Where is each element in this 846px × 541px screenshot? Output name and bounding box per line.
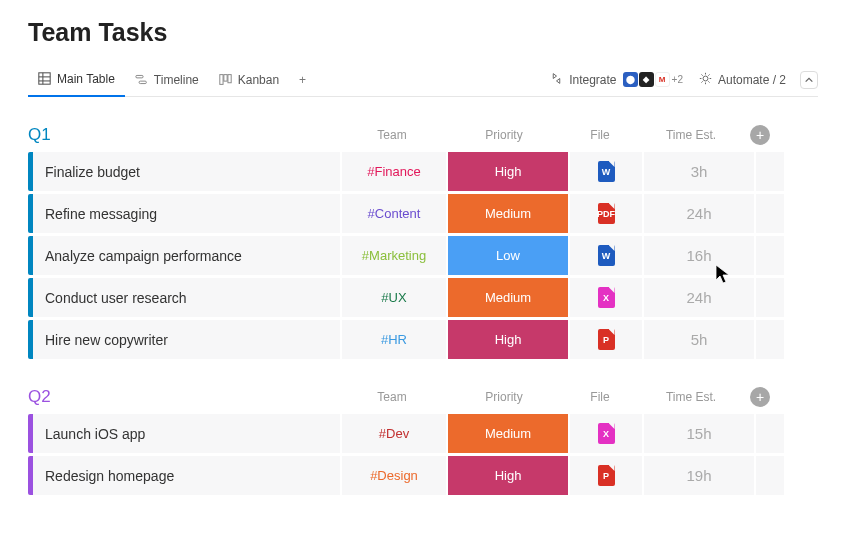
add-column-button[interactable]: + xyxy=(750,125,770,145)
view-toolbar: Main Table Timeline Kanban + Integrate ⬤… xyxy=(28,63,818,97)
table-row[interactable]: Refine messaging #Content Medium PDF 24h xyxy=(28,194,818,233)
team-cell[interactable]: #HR xyxy=(342,320,446,359)
file-cell[interactable]: X xyxy=(570,414,642,453)
team-cell[interactable]: #Dev xyxy=(342,414,446,453)
integrate-label: Integrate xyxy=(569,73,616,87)
priority-cell[interactable]: Medium xyxy=(448,194,568,233)
file-icon: P xyxy=(598,465,615,486)
gmail-icon: M xyxy=(655,72,670,87)
team-cell[interactable]: #Content xyxy=(342,194,446,233)
team-cell[interactable]: #Design xyxy=(342,456,446,495)
automate-icon xyxy=(699,72,712,88)
main-table-icon xyxy=(38,72,51,85)
row-end-cell[interactable] xyxy=(756,152,784,191)
task-cell[interactable]: Redesign homepage xyxy=(33,456,340,495)
team-cell[interactable]: #Marketing xyxy=(342,236,446,275)
collapse-button[interactable] xyxy=(800,71,818,89)
tab-label: Timeline xyxy=(154,73,199,87)
file-cell[interactable]: W xyxy=(570,236,642,275)
chevron-up-icon xyxy=(804,75,814,85)
group-header: Q1 Team Priority File Time Est. + xyxy=(28,121,818,149)
task-cell[interactable]: Analyze campaign performance xyxy=(33,236,340,275)
column-header-team[interactable]: Team xyxy=(340,390,444,404)
file-cell[interactable]: P xyxy=(570,456,642,495)
column-header-file[interactable]: File xyxy=(564,390,636,404)
priority-cell[interactable]: High xyxy=(448,456,568,495)
app-icon: ◆ xyxy=(639,72,654,87)
table-row[interactable]: Launch iOS app #Dev Medium X 15h xyxy=(28,414,818,453)
time-cell[interactable]: 24h xyxy=(644,278,754,317)
file-icon: PDF xyxy=(598,203,615,224)
time-cell[interactable]: 19h xyxy=(644,456,754,495)
time-cell[interactable]: 5h xyxy=(644,320,754,359)
file-cell[interactable]: P xyxy=(570,320,642,359)
column-header-priority[interactable]: Priority xyxy=(444,128,564,142)
column-header-file[interactable]: File xyxy=(564,128,636,142)
app-icon: ⬤ xyxy=(623,72,638,87)
kanban-icon xyxy=(219,73,232,86)
file-cell[interactable]: X xyxy=(570,278,642,317)
time-cell[interactable]: 3h xyxy=(644,152,754,191)
tab-kanban[interactable]: Kanban xyxy=(209,63,289,97)
automate-button[interactable]: Automate / 2 xyxy=(691,72,794,88)
task-cell[interactable]: Hire new copywriter xyxy=(33,320,340,359)
priority-cell[interactable]: High xyxy=(448,152,568,191)
row-end-cell[interactable] xyxy=(756,414,784,453)
row-end-cell[interactable] xyxy=(756,278,784,317)
file-icon: P xyxy=(598,329,615,350)
svg-rect-5 xyxy=(139,81,146,83)
file-icon: W xyxy=(598,161,615,182)
time-cell[interactable]: 15h xyxy=(644,414,754,453)
row-end-cell[interactable] xyxy=(756,456,784,495)
column-header-priority[interactable]: Priority xyxy=(444,390,564,404)
priority-cell[interactable]: Medium xyxy=(448,414,568,453)
table-row[interactable]: Hire new copywriter #HR High P 5h xyxy=(28,320,818,359)
task-cell[interactable]: Finalize budget xyxy=(33,152,340,191)
column-header-team[interactable]: Team xyxy=(340,128,444,142)
task-cell[interactable]: Refine messaging xyxy=(33,194,340,233)
row-end-cell[interactable] xyxy=(756,194,784,233)
file-icon: X xyxy=(598,287,615,308)
svg-rect-4 xyxy=(136,75,143,77)
table-row[interactable]: Redesign homepage #Design High P 19h xyxy=(28,456,818,495)
priority-cell[interactable]: Medium xyxy=(448,278,568,317)
table-row[interactable]: Analyze campaign performance #Marketing … xyxy=(28,236,818,275)
integrate-icon xyxy=(550,72,563,88)
tab-label: Main Table xyxy=(57,72,115,86)
column-header-time[interactable]: Time Est. xyxy=(636,128,746,142)
group-title[interactable]: Q1 xyxy=(28,125,340,145)
automate-label: Automate / 2 xyxy=(718,73,786,87)
svg-rect-0 xyxy=(39,73,50,84)
svg-point-9 xyxy=(703,76,708,81)
tab-main-table[interactable]: Main Table xyxy=(28,63,125,97)
row-end-cell[interactable] xyxy=(756,320,784,359)
task-cell[interactable]: Launch iOS app xyxy=(33,414,340,453)
group-title[interactable]: Q2 xyxy=(28,387,340,407)
file-cell[interactable]: W xyxy=(570,152,642,191)
column-header-time[interactable]: Time Est. xyxy=(636,390,746,404)
file-icon: X xyxy=(598,423,615,444)
timeline-icon xyxy=(135,73,148,86)
integrate-extra-count: +2 xyxy=(672,74,683,85)
add-column-button[interactable]: + xyxy=(750,387,770,407)
tab-label: Kanban xyxy=(238,73,279,87)
integrate-app-icons: ⬤ ◆ M +2 xyxy=(623,72,683,87)
svg-rect-7 xyxy=(224,75,227,82)
svg-rect-6 xyxy=(220,75,223,85)
priority-cell[interactable]: Low xyxy=(448,236,568,275)
time-cell[interactable]: 16h xyxy=(644,236,754,275)
add-view-button[interactable]: + xyxy=(289,73,316,87)
task-cell[interactable]: Conduct user research xyxy=(33,278,340,317)
time-cell[interactable]: 24h xyxy=(644,194,754,233)
table-row[interactable]: Conduct user research #UX Medium X 24h xyxy=(28,278,818,317)
tab-timeline[interactable]: Timeline xyxy=(125,63,209,97)
group-header: Q2 Team Priority File Time Est. + xyxy=(28,383,818,411)
row-end-cell[interactable] xyxy=(756,236,784,275)
priority-cell[interactable]: High xyxy=(448,320,568,359)
table-row[interactable]: Finalize budget #Finance High W 3h xyxy=(28,152,818,191)
file-cell[interactable]: PDF xyxy=(570,194,642,233)
file-icon: W xyxy=(598,245,615,266)
team-cell[interactable]: #UX xyxy=(342,278,446,317)
team-cell[interactable]: #Finance xyxy=(342,152,446,191)
integrate-button[interactable]: Integrate ⬤ ◆ M +2 xyxy=(542,72,691,88)
